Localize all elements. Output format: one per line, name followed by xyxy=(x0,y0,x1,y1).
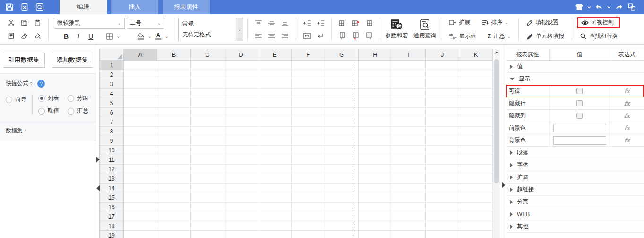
summary-button[interactable]: Σ 汇总 ⌄ xyxy=(485,31,513,42)
format-style-none[interactable]: 无特定格式 xyxy=(182,31,232,39)
cell-D19[interactable] xyxy=(224,231,258,238)
triangle-collapsed-icon[interactable] xyxy=(510,150,513,155)
cell-J8[interactable] xyxy=(426,127,459,136)
row-header-5[interactable]: 5 xyxy=(99,98,124,108)
theme-dropdown-icon[interactable] xyxy=(587,5,591,9)
cell-F5[interactable] xyxy=(292,98,325,108)
sidebar-collapse-handle[interactable] xyxy=(96,157,100,162)
column-header-I[interactable]: I xyxy=(392,49,426,61)
cell-I6[interactable] xyxy=(392,108,426,117)
cell-J10[interactable] xyxy=(426,146,459,155)
cut-icon[interactable] xyxy=(5,18,17,28)
cell-E7[interactable] xyxy=(258,117,292,127)
cell-H9[interactable] xyxy=(359,136,392,146)
font-size-select[interactable]: 二号⌄ xyxy=(127,18,164,29)
cell-E6[interactable] xyxy=(258,108,292,117)
cell-E9[interactable] xyxy=(258,136,292,146)
cell-K11[interactable] xyxy=(459,155,493,165)
cell-E14[interactable] xyxy=(258,184,292,193)
cell-A14[interactable] xyxy=(124,184,157,193)
cell-B2[interactable] xyxy=(157,70,191,79)
cell-K19[interactable] xyxy=(459,231,493,238)
expand-button[interactable]: 扩展 xyxy=(447,17,472,28)
cell-C4[interactable] xyxy=(191,89,224,98)
cell-A5[interactable] xyxy=(124,98,157,108)
cell-C14[interactable] xyxy=(191,184,224,193)
params-macro-button[interactable]: @ 参数和宏 xyxy=(382,14,411,44)
redo-icon[interactable] xyxy=(614,2,624,12)
row-header-9[interactable]: 9 xyxy=(99,136,124,146)
delete-row-icon[interactable] xyxy=(350,18,361,28)
property-checkbox[interactable] xyxy=(576,100,583,106)
column-header-B[interactable]: B xyxy=(157,49,191,61)
cell-H4[interactable] xyxy=(359,89,392,98)
section-row-7[interactable]: 段落 xyxy=(506,147,644,159)
cell-H18[interactable] xyxy=(359,221,392,231)
property-color-input[interactable] xyxy=(553,124,606,132)
triangle-collapsed-icon[interactable] xyxy=(510,212,513,217)
cell-F6[interactable] xyxy=(292,108,325,117)
cell-F17[interactable] xyxy=(292,212,325,221)
cell-D13[interactable] xyxy=(224,174,258,184)
cell-G15[interactable] xyxy=(325,193,359,203)
row-header-8[interactable]: 8 xyxy=(99,127,124,136)
cell-C7[interactable] xyxy=(191,117,224,127)
cell-F18[interactable] xyxy=(292,221,325,231)
row-header-4[interactable]: 4 xyxy=(99,89,124,98)
column-header-C[interactable]: C xyxy=(191,49,224,61)
cell-E19[interactable] xyxy=(258,231,292,238)
cell-F4[interactable] xyxy=(292,89,325,98)
font-color-icon[interactable]: A xyxy=(153,31,164,42)
underline-button[interactable]: U xyxy=(85,31,96,42)
cell-D7[interactable] xyxy=(224,117,258,127)
cell-H8[interactable] xyxy=(359,127,392,136)
cell-F9[interactable] xyxy=(292,136,325,146)
cell-G17[interactable] xyxy=(325,212,359,221)
cell-A19[interactable] xyxy=(124,231,157,238)
add-dataset-button[interactable]: 添加数据集 xyxy=(52,53,94,68)
cell-C1[interactable] xyxy=(191,61,224,70)
cell-C11[interactable] xyxy=(191,155,224,165)
section-row-10[interactable]: 超链接 xyxy=(506,184,644,196)
cell-format-listbox[interactable]: 常规 无特定格式 ⌄ xyxy=(178,18,243,41)
column-header-F[interactable]: F xyxy=(292,49,325,61)
cell-B4[interactable] xyxy=(157,89,191,98)
cell-F8[interactable] xyxy=(292,127,325,136)
cell-H1[interactable] xyxy=(359,61,392,70)
cell-D12[interactable] xyxy=(224,165,258,174)
cell-G6[interactable] xyxy=(325,108,359,117)
cell-F15[interactable] xyxy=(292,193,325,203)
cell-A6[interactable] xyxy=(124,108,157,117)
cell-I12[interactable] xyxy=(392,165,426,174)
cell-J1[interactable] xyxy=(426,61,459,70)
section-row-11[interactable]: 分页 xyxy=(506,196,644,208)
cell-B12[interactable] xyxy=(157,165,191,174)
theme-icon[interactable] xyxy=(575,2,584,12)
cell-D14[interactable] xyxy=(224,184,258,193)
cell-C13[interactable] xyxy=(191,174,224,184)
cell-G5[interactable] xyxy=(325,98,359,108)
triangle-collapsed-icon[interactable] xyxy=(510,200,513,204)
cell-K10[interactable] xyxy=(459,146,493,155)
column-header-K[interactable]: K xyxy=(459,49,493,61)
cell-G14[interactable] xyxy=(325,184,359,193)
format-style-regular[interactable]: 常规 xyxy=(182,20,232,28)
row-header-14[interactable]: 14 xyxy=(99,184,124,193)
cell-I11[interactable] xyxy=(392,155,426,165)
cell-B17[interactable] xyxy=(157,212,191,221)
border-icon[interactable] xyxy=(104,31,115,42)
cell-I3[interactable] xyxy=(392,79,426,89)
cell-G18[interactable] xyxy=(325,221,359,231)
cell-D18[interactable] xyxy=(224,221,258,231)
cell-A13[interactable] xyxy=(124,174,157,184)
tab-edit[interactable]: 编辑 xyxy=(60,0,107,14)
cell-B16[interactable] xyxy=(157,203,191,212)
cell-K2[interactable] xyxy=(459,70,493,79)
cell-D17[interactable] xyxy=(224,212,258,221)
column-header-A[interactable]: A xyxy=(124,49,157,61)
cell-C10[interactable] xyxy=(191,146,224,155)
cell-C3[interactable] xyxy=(191,79,224,89)
cell-D2[interactable] xyxy=(224,70,258,79)
cell-D8[interactable] xyxy=(224,127,258,136)
cell-F3[interactable] xyxy=(292,79,325,89)
